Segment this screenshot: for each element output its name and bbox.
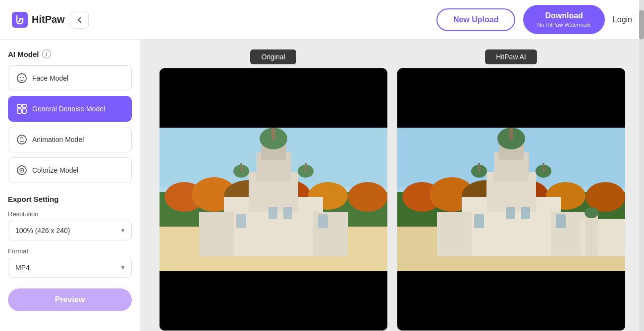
ai-church-svg [397,128,625,271]
svg-rect-32 [273,128,274,129]
scrollbar[interactable] [639,0,644,331]
format-select[interactable]: MP4 AVI MOV [8,258,132,278]
video-top-black-original [160,68,387,128]
svg-point-3 [23,77,24,78]
svg-rect-71 [586,214,598,256]
scrollbar-thumb[interactable] [639,10,644,40]
svg-rect-40 [283,207,292,219]
svg-rect-59 [509,128,513,140]
video-top-black-ai [397,68,625,128]
model-item-colorize[interactable]: Colorize Model [8,157,132,183]
svg-point-1 [17,74,26,83]
general-denoise-label: General Denoise Model [32,105,105,113]
original-panel: Original [160,49,387,331]
animation-model-label: Animation Model [32,136,84,143]
sidebar: AI Model i Face Model General Denoise Mo… [0,40,140,331]
svg-point-9 [20,139,21,140]
svg-rect-35 [240,163,242,172]
header: HitPaw New Upload Download No HitPaw Wat… [0,0,644,40]
hitpaw-ai-video-frame [397,68,625,331]
main-content: AI Model i Face Model General Denoise Mo… [0,40,644,331]
svg-point-22 [348,182,387,212]
svg-rect-66 [474,214,484,228]
svg-rect-63 [478,163,480,172]
animation-model-icon [16,134,27,145]
download-label: Download [537,11,590,21]
svg-rect-6 [17,109,21,113]
original-label: Original [250,49,296,64]
original-church-scene [160,128,387,271]
model-item-face[interactable]: Face Model [8,65,132,91]
info-icon[interactable]: i [42,49,51,58]
svg-rect-41 [318,214,328,228]
ai-model-section-title: AI Model i [8,49,132,58]
export-section-title: Export Setting [8,195,132,203]
hitpaw-ai-label: HitPaw AI [485,49,537,64]
login-button[interactable]: Login [613,15,632,24]
resolution-select[interactable]: 100% (426 x 240) 200% (852 x 480) 300% (… [8,221,132,240]
face-model-icon [16,73,27,84]
format-select-wrapper: MP4 AVI MOV ▼ [8,258,132,278]
denoise-model-icon [16,103,27,114]
header-left: HitPaw [12,11,89,29]
svg-rect-4 [17,104,21,107]
logo: HitPaw [12,12,65,28]
colorize-model-icon [16,165,27,176]
header-right: New Upload Download No HitPaw Watermark … [436,5,632,34]
svg-point-10 [23,139,24,140]
download-button[interactable]: Download No HitPaw Watermark [523,5,604,34]
export-setting-section: Export Setting Resolution 100% (426 x 24… [8,195,132,311]
svg-point-72 [585,207,598,218]
svg-rect-67 [506,207,515,219]
svg-rect-69 [556,214,566,228]
colorize-model-label: Colorize Model [32,166,78,174]
model-item-general-denoise[interactable]: General Denoise Model [8,96,132,122]
svg-rect-37 [305,163,307,172]
chevron-left-icon [76,16,84,24]
format-label: Format [8,247,132,255]
resolution-select-wrapper: 100% (426 x 240) 200% (852 x 480) 300% (… [8,221,132,240]
ai-church-scene [397,128,625,271]
svg-rect-53 [437,212,472,256]
svg-rect-7 [22,109,26,113]
svg-rect-39 [268,207,277,219]
svg-point-2 [20,77,21,78]
svg-rect-25 [199,212,234,256]
resolution-label: Resolution [8,210,132,218]
hitpaw-ai-panel: HitPaw AI [397,49,625,331]
model-item-animation[interactable]: Animation Model [8,127,132,152]
original-church-svg [160,128,387,271]
video-bottom-black-ai [397,271,625,331]
original-video-frame [160,68,387,331]
logo-text: HitPaw [32,14,65,25]
new-upload-button[interactable]: New Upload [436,8,516,31]
logo-icon [12,12,28,28]
video-bottom-black-original [160,271,387,331]
svg-rect-38 [236,214,246,228]
svg-rect-68 [521,207,530,219]
svg-rect-65 [542,163,544,172]
svg-point-13 [21,170,23,171]
svg-rect-5 [22,104,26,107]
svg-rect-60 [511,128,512,129]
svg-rect-31 [271,128,275,140]
back-button[interactable] [71,11,89,29]
svg-point-8 [17,135,26,144]
preview-button[interactable]: Preview [8,288,132,311]
content-area: Original [140,40,644,331]
face-model-label: Face Model [32,74,68,82]
download-sublabel: No HitPaw Watermark [537,21,590,28]
